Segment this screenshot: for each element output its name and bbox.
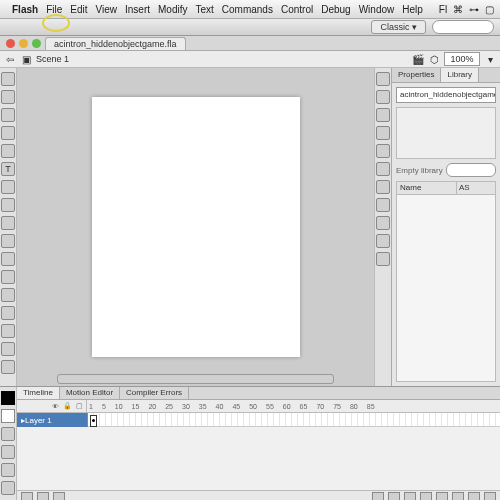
timeline-ruler[interactable]: 👁 🔒 ▢ 1 5 10 15 20 25 30 35 40 45 50 55 xyxy=(17,400,500,413)
new-folder-icon[interactable] xyxy=(37,492,49,500)
option-b-icon[interactable] xyxy=(1,481,15,495)
onion-outlines-icon[interactable] xyxy=(468,492,480,500)
transform-panel-icon[interactable] xyxy=(376,144,390,158)
edit-bar: ⇦ ▣ Scene 1 🎬 ⬡ 100% ▾ xyxy=(0,51,500,68)
tab-properties[interactable]: Properties xyxy=(392,68,441,82)
bone-tool-icon[interactable] xyxy=(1,270,15,284)
rewind-icon[interactable] xyxy=(372,492,384,500)
library-item-list[interactable] xyxy=(396,195,496,382)
play-icon[interactable] xyxy=(404,492,416,500)
edit-scene-icon[interactable]: 🎬 xyxy=(412,53,424,65)
stage-scrollbar-h[interactable] xyxy=(57,374,334,384)
layer-outline-icon[interactable]: ▢ xyxy=(76,402,83,410)
zoom-dropdown-icon[interactable]: ▾ xyxy=(484,53,496,65)
menu-debug[interactable]: Debug xyxy=(321,4,350,15)
lasso-tool-icon[interactable] xyxy=(1,126,15,140)
collapsed-panels-dock xyxy=(374,68,391,386)
tools-panel: T xyxy=(0,68,17,386)
menuextra-fl[interactable]: Fl xyxy=(439,4,447,15)
menu-modify[interactable]: Modify xyxy=(158,4,187,15)
close-window-icon[interactable] xyxy=(6,39,15,48)
align-panel-icon[interactable] xyxy=(376,108,390,122)
hand-tool-icon[interactable] xyxy=(1,342,15,356)
option-a-icon[interactable] xyxy=(1,463,15,477)
tab-library[interactable]: Library xyxy=(441,68,478,82)
subselection-tool-icon[interactable] xyxy=(1,90,15,104)
menu-file[interactable]: File xyxy=(46,4,62,15)
swatches-panel-icon[interactable] xyxy=(376,90,390,104)
help-search-input[interactable] xyxy=(432,20,494,34)
free-transform-tool-icon[interactable] xyxy=(1,108,15,122)
menuextra-wifi-icon[interactable]: ⊶ xyxy=(469,4,479,15)
paint-bucket-tool-icon[interactable] xyxy=(1,288,15,302)
edit-multiple-icon[interactable] xyxy=(484,492,496,500)
new-layer-icon[interactable] xyxy=(21,492,33,500)
stage[interactable] xyxy=(92,97,300,357)
timeline-layer-row[interactable]: ▸ Layer 1 xyxy=(17,413,500,427)
menu-control[interactable]: Control xyxy=(281,4,313,15)
color-panel-icon[interactable] xyxy=(376,72,390,86)
step-forward-icon[interactable] xyxy=(420,492,432,500)
stage-area[interactable] xyxy=(17,68,374,386)
workspace-switcher[interactable]: Classic ▾ xyxy=(371,20,426,34)
menu-commands[interactable]: Commands xyxy=(222,4,273,15)
menu-window[interactable]: Window xyxy=(359,4,395,15)
history-panel-icon[interactable] xyxy=(376,252,390,266)
zoom-window-icon[interactable] xyxy=(32,39,41,48)
menu-view[interactable]: View xyxy=(95,4,117,15)
text-tool-icon[interactable]: T xyxy=(1,162,15,176)
project-panel-icon[interactable] xyxy=(376,198,390,212)
zoom-input[interactable]: 100% xyxy=(444,52,480,66)
scene-back-icon[interactable]: ⇦ xyxy=(4,53,16,65)
selection-tool-icon[interactable] xyxy=(1,72,15,86)
library-col-name[interactable]: Name xyxy=(397,182,457,194)
menu-insert[interactable]: Insert xyxy=(125,4,150,15)
tab-timeline[interactable]: Timeline xyxy=(17,387,60,399)
layer-name[interactable]: ▸ Layer 1 xyxy=(17,413,88,427)
eraser-tool-icon[interactable] xyxy=(1,324,15,338)
behaviors-panel-icon[interactable] xyxy=(376,234,390,248)
timeline-empty-area xyxy=(17,427,500,490)
zoom-tool-icon[interactable] xyxy=(1,360,15,374)
library-col-linkage[interactable]: AS Linkage xyxy=(457,182,495,194)
menu-edit[interactable]: Edit xyxy=(70,4,87,15)
eyedropper-tool-icon[interactable] xyxy=(1,306,15,320)
scene-name[interactable]: Scene 1 xyxy=(36,54,69,64)
pencil-tool-icon[interactable] xyxy=(1,216,15,230)
edit-symbol-icon[interactable]: ⬡ xyxy=(428,53,440,65)
line-tool-icon[interactable] xyxy=(1,180,15,194)
minimize-window-icon[interactable] xyxy=(19,39,28,48)
brush-tool-icon[interactable] xyxy=(1,234,15,248)
frame-number-ruler[interactable]: 1 5 10 15 20 25 30 35 40 45 50 55 60 65 … xyxy=(87,400,500,412)
menu-flash[interactable]: Flash xyxy=(12,4,38,15)
stroke-color-swatch[interactable] xyxy=(1,391,15,405)
library-search-input[interactable] xyxy=(446,163,496,177)
pen-tool-icon[interactable] xyxy=(1,144,15,158)
menu-help[interactable]: Help xyxy=(402,4,423,15)
menu-text[interactable]: Text xyxy=(195,4,213,15)
tab-compiler-errors[interactable]: Compiler Errors xyxy=(120,387,189,399)
menuextra-bluetooth-icon[interactable]: ⌘ xyxy=(453,4,463,15)
layer-visibility-icon[interactable]: 👁 xyxy=(52,403,59,410)
fill-color-swatch[interactable] xyxy=(1,409,15,423)
actions-panel-icon[interactable] xyxy=(376,216,390,230)
rectangle-tool-icon[interactable] xyxy=(1,198,15,212)
onion-skin-icon[interactable] xyxy=(452,492,464,500)
swap-colors-icon[interactable] xyxy=(1,427,15,441)
step-back-icon[interactable] xyxy=(388,492,400,500)
deco-tool-icon[interactable] xyxy=(1,252,15,266)
info-panel-icon[interactable] xyxy=(376,126,390,140)
library-file-select[interactable]: acintron_hiddenobjectgame.fla ▾ xyxy=(396,87,496,103)
layer-lock-icon[interactable]: 🔒 xyxy=(63,402,72,410)
mac-menubar: Flash File Edit View Insert Modify Text … xyxy=(0,0,500,19)
motion-presets-icon[interactable] xyxy=(376,180,390,194)
loop-icon[interactable] xyxy=(436,492,448,500)
layer-frames[interactable] xyxy=(88,413,500,427)
delete-layer-icon[interactable] xyxy=(53,492,65,500)
keyframe-1[interactable] xyxy=(90,415,97,427)
default-colors-icon[interactable] xyxy=(1,445,15,459)
tab-motion-editor[interactable]: Motion Editor xyxy=(60,387,120,399)
components-panel-icon[interactable] xyxy=(376,162,390,176)
document-tab[interactable]: acintron_hiddenobjectgame.fla xyxy=(45,37,186,50)
menuextra-display-icon[interactable]: ▢ xyxy=(485,4,494,15)
